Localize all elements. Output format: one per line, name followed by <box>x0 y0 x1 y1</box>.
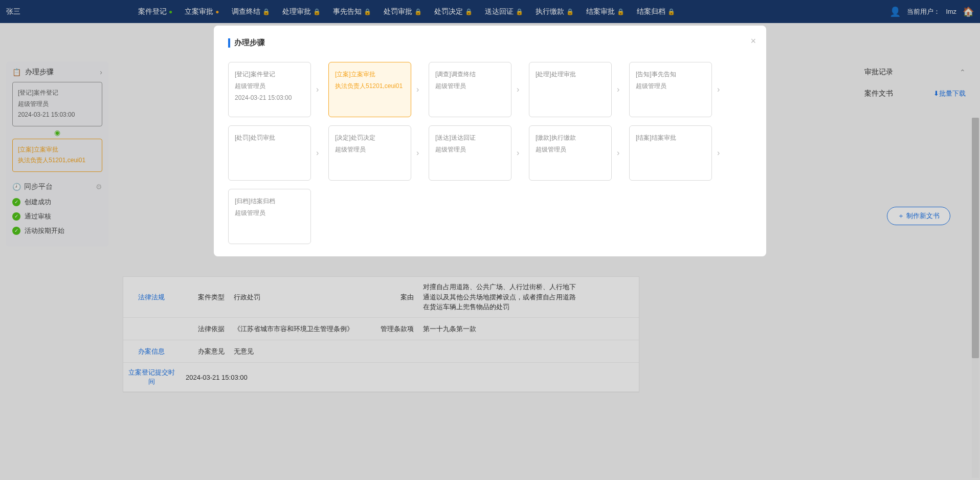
modal-overlay: 办理步骤 × [登记]案件登记超级管理员2024-03-21 15:03:00›… <box>0 0 980 23</box>
